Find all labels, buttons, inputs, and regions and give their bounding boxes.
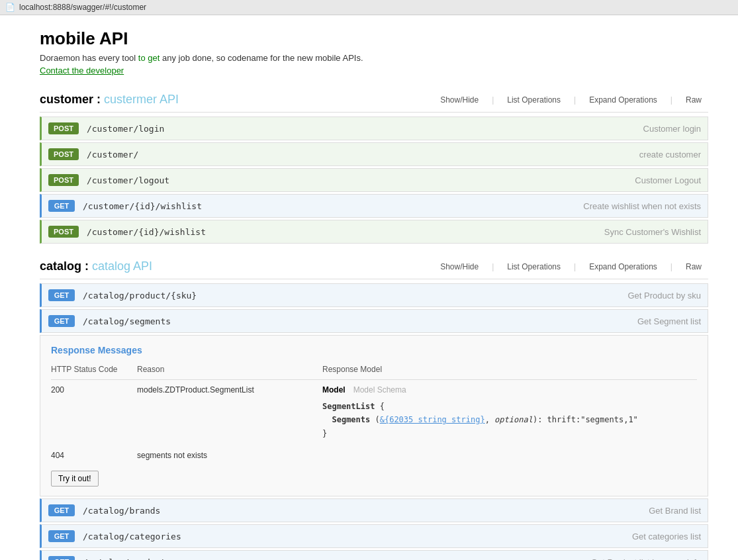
model-tab-schema[interactable]: Model Schema bbox=[353, 385, 406, 395]
customer-list-operations[interactable]: List Operations bbox=[500, 95, 567, 105]
method-badge-get: GET bbox=[48, 200, 75, 212]
method-badge-post: POST bbox=[48, 174, 79, 186]
op-path: /catalog/brands bbox=[83, 506, 649, 516]
model-tabs: Model Model Schema bbox=[322, 385, 692, 395]
reason-404: segments not exists bbox=[137, 445, 322, 465]
operation-post-customer[interactable]: POST /customer/ create customer bbox=[40, 142, 708, 166]
status-404: 404 bbox=[51, 445, 137, 465]
op-path: /catalog/segments bbox=[83, 316, 637, 326]
op-path: /catalog/product/{sku} bbox=[83, 291, 627, 301]
col-response-model: Response Model bbox=[322, 362, 697, 380]
op-path: /customer/{id}/wishlist bbox=[83, 201, 583, 211]
response-messages-title: Response Messages bbox=[51, 345, 697, 355]
customer-expand-operations[interactable]: Expand Operations bbox=[582, 95, 664, 105]
operation-get-segments[interactable]: GET /catalog/segments Get Segment list bbox=[40, 309, 708, 333]
catalog-section-title: catalog : catalog API bbox=[40, 259, 152, 273]
op-summary: create customer bbox=[639, 150, 701, 160]
reason-200: models.ZDTProduct.SegmentList bbox=[137, 380, 322, 446]
model-200: Model Model Schema SegmentList { Segment… bbox=[322, 380, 697, 446]
customer-section-header: customer : custermer API Show/Hide | Lis… bbox=[40, 87, 708, 113]
operation-get-products[interactable]: GET /catalog/products Get Product list b… bbox=[40, 550, 708, 560]
api-desc-link[interactable]: to get bbox=[138, 53, 160, 63]
customer-subtitle: custermer API bbox=[104, 93, 179, 106]
page-icon: 📄 bbox=[5, 3, 15, 12]
customer-section-title: customer : custermer API bbox=[40, 93, 179, 107]
catalog-section-header: catalog : catalog API Show/Hide | List O… bbox=[40, 254, 708, 279]
col-status-code: HTTP Status Code bbox=[51, 362, 137, 380]
operation-post-wishlist[interactable]: POST /customer/{id}/wishlist Sync Custom… bbox=[40, 220, 708, 244]
model-optional: optional bbox=[494, 415, 533, 424]
operation-post-login[interactable]: POST /customer/login Customer login bbox=[40, 117, 708, 140]
method-badge-get: GET bbox=[48, 530, 75, 542]
catalog-list-operations[interactable]: List Operations bbox=[500, 262, 567, 271]
operation-get-product-sku[interactable]: GET /catalog/product/{sku} Get Product b… bbox=[40, 283, 708, 307]
method-badge-get: GET bbox=[48, 556, 75, 560]
api-title: mobile API bbox=[40, 28, 708, 49]
catalog-subtitle: catalog API bbox=[92, 259, 152, 273]
op-summary: Get Product by sku bbox=[627, 291, 701, 301]
method-badge-get: GET bbox=[48, 504, 75, 516]
operation-get-brands[interactable]: GET /catalog/brands Get Brand list bbox=[40, 498, 708, 522]
catalog-controls: Show/Hide | List Operations | Expand Ope… bbox=[434, 262, 708, 271]
model-content: SegmentList { Segments (&{62035 string s… bbox=[322, 400, 692, 440]
segments-response-section: Response Messages HTTP Status Code Reaso… bbox=[40, 335, 708, 496]
status-200: 200 bbox=[51, 380, 137, 446]
sep3: | bbox=[664, 95, 679, 105]
catalog-show-hide[interactable]: Show/Hide bbox=[434, 262, 485, 271]
catalog-raw[interactable]: Raw bbox=[679, 262, 708, 271]
op-summary: Customer login bbox=[643, 124, 701, 134]
model-tab-model[interactable]: Model bbox=[322, 385, 346, 395]
operation-post-logout[interactable]: POST /customer/logout Customer Logout bbox=[40, 168, 708, 192]
customer-section: customer : custermer API Show/Hide | Lis… bbox=[40, 87, 708, 244]
catalog-colon: : bbox=[85, 259, 92, 273]
op-summary: Get Segment list bbox=[637, 316, 701, 326]
catalog-name: catalog bbox=[40, 259, 81, 273]
sep6: | bbox=[664, 262, 679, 271]
op-summary: Get Brand list bbox=[649, 506, 701, 516]
contact-developer-link[interactable]: Contact the developer bbox=[40, 66, 124, 75]
sep1: | bbox=[485, 95, 500, 105]
operation-get-wishlist[interactable]: GET /customer/{id}/wishlist Create wishl… bbox=[40, 194, 708, 218]
model-404 bbox=[322, 445, 697, 465]
customer-colon: : bbox=[97, 93, 104, 106]
op-summary: Customer Logout bbox=[635, 175, 701, 185]
method-badge-post: POST bbox=[48, 148, 79, 160]
op-summary: Sync Customer's Wishlist bbox=[604, 227, 701, 237]
browser-url: localhost:8888/swagger/#!/customer bbox=[19, 3, 146, 12]
main-content: mobile API Doraemon has every tool to ge… bbox=[0, 15, 728, 560]
model-type-link[interactable]: &{62035 string string} bbox=[380, 415, 485, 424]
sep2: | bbox=[567, 95, 582, 105]
op-path: /customer/login bbox=[87, 124, 643, 134]
catalog-section: catalog : catalog API Show/Hide | List O… bbox=[40, 254, 708, 560]
method-badge-get: GET bbox=[48, 289, 75, 301]
customer-raw[interactable]: Raw bbox=[679, 95, 708, 105]
customer-name: customer bbox=[40, 93, 93, 106]
method-badge-get: GET bbox=[48, 315, 75, 327]
method-badge-post: POST bbox=[48, 226, 79, 238]
op-path: /customer/{id}/wishlist bbox=[87, 227, 604, 237]
response-table: HTTP Status Code Reason Response Model 2… bbox=[51, 362, 697, 465]
customer-controls: Show/Hide | List Operations | Expand Ope… bbox=[434, 95, 708, 105]
api-description: Doraemon has every tool to get any job d… bbox=[40, 53, 708, 63]
op-summary: Get Product list by some info bbox=[591, 557, 701, 560]
col-reason: Reason bbox=[137, 362, 322, 380]
op-path: /catalog/products bbox=[83, 557, 591, 560]
customer-show-hide[interactable]: Show/Hide bbox=[434, 95, 485, 105]
response-row-404: 404 segments not exists bbox=[51, 445, 697, 465]
op-path: /customer/ bbox=[87, 150, 639, 160]
sep5: | bbox=[567, 262, 582, 271]
op-path: /catalog/categories bbox=[83, 532, 632, 541]
operation-get-categories[interactable]: GET /catalog/categories Get categories l… bbox=[40, 524, 708, 548]
sep4: | bbox=[485, 262, 500, 271]
browser-bar: 📄 localhost:8888/swagger/#!/customer bbox=[0, 0, 738, 15]
catalog-expand-operations[interactable]: Expand Operations bbox=[582, 262, 664, 271]
model-title: SegmentList bbox=[322, 402, 375, 411]
method-badge-post: POST bbox=[48, 122, 79, 134]
response-row-200: 200 models.ZDTProduct.SegmentList Model … bbox=[51, 380, 697, 446]
op-summary: Create wishlist when not exists bbox=[583, 201, 701, 211]
op-summary: Get categories list bbox=[632, 532, 701, 541]
model-field-segments: Segments bbox=[332, 415, 370, 424]
op-path: /customer/logout bbox=[87, 175, 635, 185]
try-it-out-button[interactable]: Try it out! bbox=[51, 471, 99, 487]
